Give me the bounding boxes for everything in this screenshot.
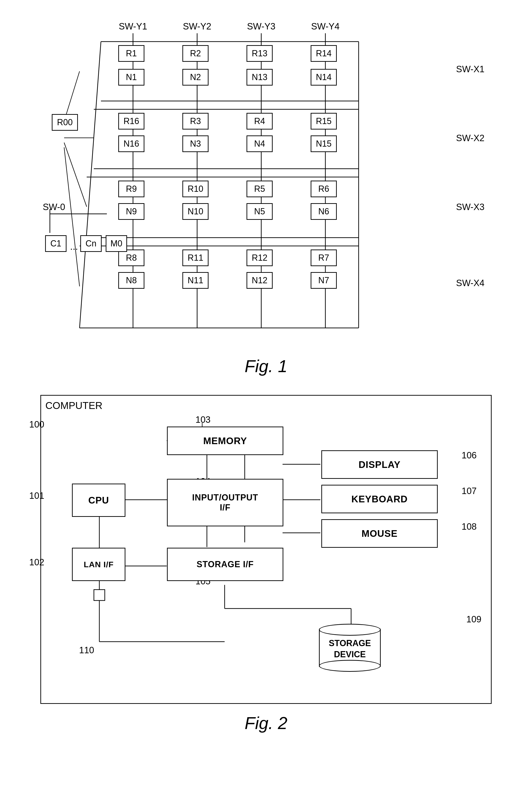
r00-box: R00 [52,114,78,131]
fig1-container: SW-Y1 SW-Y2 SW-Y3 SW-Y4 SW-X1 SW-X2 SW-X… [28,14,504,376]
row-label-swx4: SW-X4 [456,278,484,288]
r10-box: R10 [183,181,209,197]
r13-box: R13 [247,45,273,62]
r1-box: R1 [118,45,145,62]
cn-box: Cn [80,235,102,252]
storage-device: STORAGE DEVICE [319,624,381,672]
r9-box: R9 [118,181,145,197]
n4-box: N4 [247,135,273,152]
n15-box: N15 [311,135,337,152]
r12-box: R12 [247,250,273,266]
display-box: DISPLAY [321,450,438,479]
label-106: 106 [462,450,477,460]
computer-label: COMPUTER [45,400,102,411]
r15-box: R15 [311,113,337,129]
label-101: 101 [29,491,44,501]
n5-box: N5 [247,203,273,220]
r11-box: R11 [183,250,209,266]
lanif-box: LAN I/F [72,548,126,581]
label-102: 102 [29,557,44,567]
r4-box: R4 [247,113,273,129]
label-100: 100 [29,419,44,429]
r3-box: R3 [183,113,209,129]
m0-box: M0 [106,235,127,252]
svg-line-17 [64,147,79,286]
ellipsis: ... [70,241,78,252]
storageif-box: STORAGE I/F [167,548,283,581]
n6-box: N6 [311,203,337,220]
cpu-box: CPU [72,483,126,517]
fig1-title: Fig. 1 [28,356,504,376]
r7-box: R7 [311,250,337,266]
r8-box: R8 [118,250,145,266]
r5-box: R5 [247,181,273,197]
svg-line-12 [79,41,101,328]
r16-box: R16 [118,113,145,129]
col-label-swy1: SW-Y1 [119,21,147,32]
n9-box: N9 [118,203,145,220]
col-label-swy3: SW-Y3 [247,21,276,32]
c1-box: C1 [45,235,66,252]
sw0-label: SW-0 [43,202,65,212]
n1-box: N1 [118,69,145,86]
label-109: 109 [467,614,481,624]
io-box: INPUT/OUTPUTI/F [167,479,283,526]
n10-box: N10 [183,203,209,220]
svg-line-16 [64,143,87,207]
cylinder-bottom [319,660,381,672]
label-107: 107 [462,486,477,496]
n14-box: N14 [311,69,337,86]
n7-box: N7 [311,272,337,289]
cylinder-top [319,624,381,636]
n3-box: N3 [183,135,209,152]
fig2-title: Fig. 2 [28,713,504,733]
n16-box: N16 [118,135,145,152]
n2-box: N2 [183,69,209,86]
svg-line-14 [64,71,79,121]
row-label-swx3: SW-X3 [456,202,484,212]
fig2-diagram: COMPUTER [40,395,492,704]
label-103: 103 [195,415,210,425]
mouse-box: MOUSE [321,519,438,548]
keyboard-box: KEYBOARD [321,485,438,513]
label-108: 108 [462,521,477,532]
fig2-container: COMPUTER [28,395,504,733]
row-label-swx2: SW-X2 [456,133,484,143]
svg-rect-33 [94,590,105,601]
col-label-swy4: SW-Y4 [311,21,340,32]
col-label-swy2: SW-Y2 [183,21,211,32]
n12-box: N12 [247,272,273,289]
n11-box: N11 [183,272,209,289]
n8-box: N8 [118,272,145,289]
n13-box: N13 [247,69,273,86]
r2-box: R2 [183,45,209,62]
r6-box: R6 [311,181,337,197]
label-110: 110 [79,645,94,655]
fig1-diagram: SW-Y1 SW-Y2 SW-Y3 SW-Y4 SW-X1 SW-X2 SW-X… [40,14,492,347]
row-label-swx1: SW-X1 [456,64,484,74]
memory-box: MEMORY [167,426,283,455]
r14-box: R14 [311,45,337,62]
